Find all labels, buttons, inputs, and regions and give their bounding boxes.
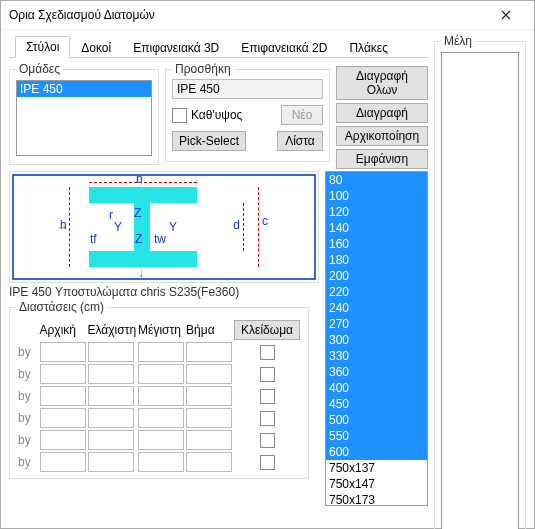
- dim-row: by: [18, 364, 300, 384]
- groups-list[interactable]: IPE 450: [16, 80, 152, 156]
- size-item[interactable]: 120: [326, 204, 427, 220]
- col-min: Ελάχιστη: [88, 320, 137, 340]
- tab-Επιφανειακά 3D[interactable]: Επιφανειακά 3D: [122, 37, 230, 58]
- members-fieldset: Μέλη Εμφάνιση Διαγραφή: [434, 34, 526, 529]
- delete-all-button[interactable]: Διαγραφή Ολων: [336, 66, 428, 100]
- size-item[interactable]: 450: [326, 396, 427, 412]
- axis-y-label: Y: [114, 220, 122, 234]
- dim-c-label: c: [262, 214, 268, 228]
- dim-lock-checkbox[interactable]: [260, 411, 275, 426]
- dim-initial-input[interactable]: [40, 430, 86, 450]
- dim-row-label: by: [18, 342, 38, 362]
- dim-step-input[interactable]: [186, 364, 232, 384]
- size-item[interactable]: 550: [326, 428, 427, 444]
- dim-min-input[interactable]: [88, 452, 134, 472]
- dim-tw-label: tw: [154, 232, 166, 246]
- dim-max-input[interactable]: [138, 342, 184, 362]
- dimensions-legend: Διαστάσεις (cm): [16, 300, 107, 314]
- size-item[interactable]: 300: [326, 332, 427, 348]
- by-height-checkbox[interactable]: [172, 108, 187, 123]
- dim-initial-input[interactable]: [40, 408, 86, 428]
- delete-button[interactable]: Διαγραφή: [336, 103, 428, 123]
- dim-initial-input[interactable]: [40, 452, 86, 472]
- tab-Πλάκες[interactable]: Πλάκες: [338, 37, 399, 58]
- dim-line: [243, 203, 244, 251]
- size-item[interactable]: 360: [326, 364, 427, 380]
- size-item[interactable]: 100: [326, 188, 427, 204]
- init-button[interactable]: Αρχικοποίηση: [336, 126, 428, 146]
- size-item[interactable]: 600: [326, 444, 427, 460]
- by-height-check-label[interactable]: Καθ'υψος: [172, 108, 242, 123]
- close-button[interactable]: [486, 1, 526, 29]
- dim-min-input[interactable]: [88, 430, 134, 450]
- arrow-icon: ↓: [138, 266, 144, 280]
- add-input[interactable]: [172, 79, 323, 99]
- window-title: Ορια Σχεδιασμού Διατομών: [9, 8, 486, 22]
- content-area: ΣτύλοιΔοκοίΕπιφανειακά 3DΕπιφανειακά 2DΠ…: [1, 30, 534, 529]
- dim-step-input[interactable]: [186, 430, 232, 450]
- dim-row-label: by: [18, 386, 38, 406]
- tab-Επιφανειακά 2D[interactable]: Επιφανειακά 2D: [230, 37, 338, 58]
- dim-lock-checkbox[interactable]: [260, 433, 275, 448]
- size-item[interactable]: 240: [326, 300, 427, 316]
- new-button: Νέο: [281, 105, 323, 125]
- show-button[interactable]: Εμφάνιση: [336, 149, 428, 169]
- dim-lock-checkbox[interactable]: [260, 455, 275, 470]
- dim-lock-checkbox[interactable]: [260, 345, 275, 360]
- dim-lock-checkbox[interactable]: [260, 367, 275, 382]
- col-step: Βήμα: [186, 320, 232, 340]
- size-item[interactable]: 140: [326, 220, 427, 236]
- title-bar: Ορια Σχεδιασμού Διατομών: [1, 1, 534, 30]
- dim-min-input[interactable]: [88, 342, 134, 362]
- dim-max-input[interactable]: [138, 364, 184, 384]
- size-item[interactable]: 750x147: [326, 476, 427, 492]
- dim-step-input[interactable]: [186, 452, 232, 472]
- members-list[interactable]: [441, 52, 519, 529]
- dim-initial-input[interactable]: [40, 364, 86, 384]
- dim-max-input[interactable]: [138, 408, 184, 428]
- dim-min-input[interactable]: [88, 386, 134, 406]
- dim-row: by: [18, 342, 300, 362]
- size-item[interactable]: 160: [326, 236, 427, 252]
- dim-step-input[interactable]: [186, 408, 232, 428]
- size-item[interactable]: 80: [326, 172, 427, 188]
- list-button[interactable]: Λίστα: [277, 131, 323, 151]
- dim-row-label: by: [18, 430, 38, 450]
- axis-z-label: Z: [134, 206, 141, 220]
- tab-Στύλοι[interactable]: Στύλοι: [15, 36, 70, 58]
- size-item[interactable]: 180: [326, 252, 427, 268]
- size-item[interactable]: 200: [326, 268, 427, 284]
- tab-strip: ΣτύλοιΔοκοίΕπιφανειακά 3DΕπιφανειακά 2DΠ…: [9, 34, 428, 58]
- size-item[interactable]: 270: [326, 316, 427, 332]
- shape-bottom-flange: [89, 251, 197, 267]
- dim-max-input[interactable]: [138, 452, 184, 472]
- group-item[interactable]: IPE 450: [17, 81, 151, 97]
- tab-Δοκοί[interactable]: Δοκοί: [70, 37, 122, 58]
- size-item[interactable]: 400: [326, 380, 427, 396]
- close-icon: [501, 10, 511, 20]
- size-item[interactable]: 220: [326, 284, 427, 300]
- size-item[interactable]: 500: [326, 412, 427, 428]
- dim-step-input[interactable]: [186, 386, 232, 406]
- right-pane: Μέλη Εμφάνιση Διαγραφή Εξοδος: [434, 34, 526, 529]
- size-list[interactable]: 8010012014016018020022024027030033036040…: [325, 171, 428, 506]
- dim-lock-checkbox[interactable]: [260, 389, 275, 404]
- left-pane: ΣτύλοιΔοκοίΕπιφανειακά 3DΕπιφανειακά 2DΠ…: [9, 34, 428, 529]
- dim-initial-input[interactable]: [40, 342, 86, 362]
- dim-min-input[interactable]: [88, 364, 134, 384]
- lock-button[interactable]: Κλείδωμα: [234, 320, 300, 340]
- dim-max-input[interactable]: [138, 430, 184, 450]
- dim-line: [258, 187, 259, 267]
- pick-select-button[interactable]: Pick-Select: [172, 131, 246, 151]
- dim-row-label: by: [18, 364, 38, 384]
- size-item[interactable]: 750x137: [326, 460, 427, 476]
- dim-initial-input[interactable]: [40, 386, 86, 406]
- dim-row: by: [18, 430, 300, 450]
- arrow-icon: →: [56, 220, 68, 234]
- size-item[interactable]: 330: [326, 348, 427, 364]
- dim-min-input[interactable]: [88, 408, 134, 428]
- dim-max-input[interactable]: [138, 386, 184, 406]
- dim-step-input[interactable]: [186, 342, 232, 362]
- size-item[interactable]: 750x173: [326, 492, 427, 506]
- axis-y-label: Y: [169, 220, 177, 234]
